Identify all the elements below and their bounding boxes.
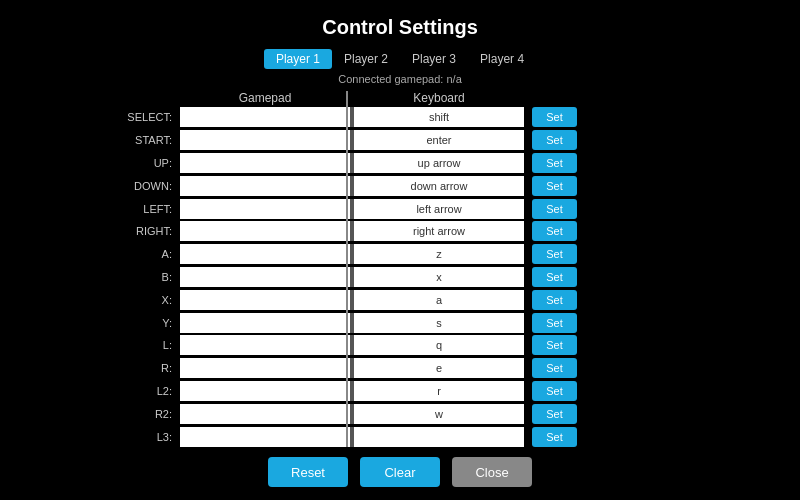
- bottom-buttons: Reset Clear Close: [268, 457, 532, 487]
- control-label: L3:: [100, 431, 180, 443]
- player-tabs: Player 1 Player 2 Player 3 Player 4: [264, 49, 536, 69]
- control-label: UP:: [100, 157, 180, 169]
- control-row: B: x Set: [100, 267, 700, 288]
- controls-list: SELECT: shift Set START: enter Set UP: u…: [100, 107, 700, 447]
- control-row: SELECT: shift Set: [100, 107, 700, 128]
- control-label: B:: [100, 271, 180, 283]
- connected-gamepad-label: Connected gamepad: n/a: [338, 73, 462, 85]
- control-label: DOWN:: [100, 180, 180, 192]
- gamepad-input-9[interactable]: [180, 313, 350, 333]
- gamepad-input-2[interactable]: [180, 153, 350, 173]
- gamepad-column-header: Gamepad: [180, 91, 350, 105]
- control-label: L2:: [100, 385, 180, 397]
- control-label: L:: [100, 339, 180, 351]
- set-button-10[interactable]: Set: [532, 335, 577, 355]
- gamepad-input-14[interactable]: [180, 427, 350, 447]
- keyboard-value-4: left arrow: [354, 199, 524, 219]
- set-button-7[interactable]: Set: [532, 267, 577, 287]
- gamepad-input-0[interactable]: [180, 107, 350, 127]
- control-row: R: e Set: [100, 358, 700, 379]
- control-label: START:: [100, 134, 180, 146]
- keyboard-value-1: enter: [354, 130, 524, 150]
- keyboard-value-6: z: [354, 244, 524, 264]
- tab-player3[interactable]: Player 3: [400, 49, 468, 69]
- tab-player4[interactable]: Player 4: [468, 49, 536, 69]
- set-button-13[interactable]: Set: [532, 404, 577, 424]
- keyboard-value-13: w: [354, 404, 524, 424]
- set-button-3[interactable]: Set: [532, 176, 577, 196]
- control-row: R2: w Set: [100, 403, 700, 424]
- gamepad-input-1[interactable]: [180, 130, 350, 150]
- control-row: START: enter Set: [100, 130, 700, 151]
- control-row: X: a Set: [100, 289, 700, 310]
- gamepad-input-11[interactable]: [180, 358, 350, 378]
- control-label: Y:: [100, 317, 180, 329]
- keyboard-value-12: r: [354, 381, 524, 401]
- page-title: Control Settings: [322, 16, 478, 39]
- set-button-12[interactable]: Set: [532, 381, 577, 401]
- control-label: SELECT:: [100, 111, 180, 123]
- keyboard-column-header: Keyboard: [354, 91, 524, 105]
- columns-header: Gamepad Keyboard: [100, 91, 700, 105]
- control-label: LEFT:: [100, 203, 180, 215]
- control-label: RIGHT:: [100, 225, 180, 237]
- control-row: LEFT: left arrow Set: [100, 198, 700, 219]
- set-button-2[interactable]: Set: [532, 153, 577, 173]
- control-row: L2: r Set: [100, 381, 700, 402]
- control-row: UP: up arrow Set: [100, 153, 700, 174]
- control-label: R2:: [100, 408, 180, 420]
- control-row: L3: Set: [100, 426, 700, 447]
- keyboard-value-3: down arrow: [354, 176, 524, 196]
- gamepad-input-4[interactable]: [180, 199, 350, 219]
- set-button-4[interactable]: Set: [532, 199, 577, 219]
- reset-button[interactable]: Reset: [268, 457, 348, 487]
- tab-player1[interactable]: Player 1: [264, 49, 332, 69]
- keyboard-value-7: x: [354, 267, 524, 287]
- keyboard-value-5: right arrow: [354, 221, 524, 241]
- keyboard-value-9: s: [354, 313, 524, 333]
- set-button-5[interactable]: Set: [532, 221, 577, 241]
- gamepad-input-8[interactable]: [180, 290, 350, 310]
- keyboard-value-8: a: [354, 290, 524, 310]
- close-button[interactable]: Close: [452, 457, 532, 487]
- control-row: L: q Set: [100, 335, 700, 356]
- keyboard-value-14: [354, 427, 524, 447]
- gamepad-input-7[interactable]: [180, 267, 350, 287]
- clear-button[interactable]: Clear: [360, 457, 440, 487]
- set-button-14[interactable]: Set: [532, 427, 577, 447]
- control-row: A: z Set: [100, 244, 700, 265]
- control-label: A:: [100, 248, 180, 260]
- gamepad-input-6[interactable]: [180, 244, 350, 264]
- gamepad-input-3[interactable]: [180, 176, 350, 196]
- main-panel: Gamepad Keyboard SELECT: shift Set START…: [100, 91, 700, 447]
- set-button-11[interactable]: Set: [532, 358, 577, 378]
- control-label: R:: [100, 362, 180, 374]
- keyboard-value-0: shift: [354, 107, 524, 127]
- keyboard-value-10: q: [354, 335, 524, 355]
- set-button-1[interactable]: Set: [532, 130, 577, 150]
- control-row: RIGHT: right arrow Set: [100, 221, 700, 242]
- tab-player2[interactable]: Player 2: [332, 49, 400, 69]
- gamepad-input-10[interactable]: [180, 335, 350, 355]
- gamepad-input-13[interactable]: [180, 404, 350, 424]
- control-row: DOWN: down arrow Set: [100, 175, 700, 196]
- control-label: X:: [100, 294, 180, 306]
- set-button-8[interactable]: Set: [532, 290, 577, 310]
- control-row: Y: s Set: [100, 312, 700, 333]
- gamepad-input-12[interactable]: [180, 381, 350, 401]
- set-button-0[interactable]: Set: [532, 107, 577, 127]
- set-button-9[interactable]: Set: [532, 313, 577, 333]
- keyboard-value-11: e: [354, 358, 524, 378]
- set-button-6[interactable]: Set: [532, 244, 577, 264]
- keyboard-value-2: up arrow: [354, 153, 524, 173]
- gamepad-input-5[interactable]: [180, 221, 350, 241]
